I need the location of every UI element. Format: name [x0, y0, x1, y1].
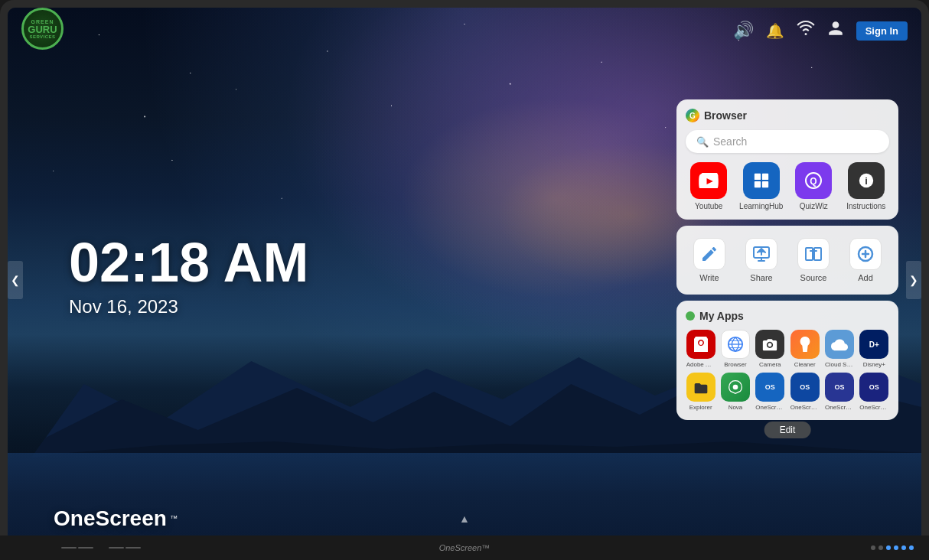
myapp-cloudstorage[interactable]: Cloud Storage: [824, 330, 854, 368]
app-item-youtube[interactable]: Youtube: [686, 162, 732, 210]
learninghub-label: LearningHub: [739, 202, 783, 210]
myapp-onescreen1[interactable]: OS OneScreen: [755, 373, 785, 411]
svg-rect-6: [762, 181, 768, 187]
left-chevron-icon: ❮: [11, 274, 20, 286]
guru-text-bottom: SERVICES: [29, 34, 55, 39]
browser2-label: Browser: [724, 361, 746, 368]
onescreen2-label: OneScreen: [790, 404, 820, 411]
tool-share[interactable]: Share: [738, 233, 785, 287]
onescreen3-label: OneScreen: [825, 404, 854, 411]
browser-search-bar[interactable]: 🔍 Search: [686, 130, 889, 153]
cloudstorage-label: Cloud Storage: [825, 361, 854, 368]
app-item-quizwiz[interactable]: Q QuizWiz: [790, 162, 837, 210]
svg-rect-5: [755, 181, 761, 187]
sign-in-button[interactable]: Sign In: [856, 21, 908, 41]
guru-main-text: GURU: [28, 24, 57, 34]
tools-panel: Write Share: [676, 226, 898, 295]
time-display: 02:18 AM: [69, 235, 308, 290]
notification-icon[interactable]: 🔔: [766, 22, 784, 40]
disney-icon: D+: [859, 330, 888, 359]
svg-text:i: i: [865, 175, 868, 187]
wifi-icon[interactable]: [797, 21, 815, 41]
user-icon[interactable]: [827, 20, 844, 41]
swipe-up-arrow[interactable]: ▲: [459, 513, 470, 525]
myapps-title: My Apps: [699, 310, 744, 322]
myapp-onescreen3[interactable]: OS OneScreen: [824, 373, 854, 411]
app-item-instructions[interactable]: i Instructions: [843, 162, 890, 210]
onescreen2-icon: OS: [790, 373, 820, 402]
bottom-brand-text: OneScreen™: [439, 543, 491, 552]
panels-container: G Browser 🔍 Search Youtu: [676, 99, 898, 420]
edit-button[interactable]: Edit: [764, 422, 811, 438]
instructions-icon: i: [848, 162, 885, 199]
myapp-disney[interactable]: D+ Disney+: [859, 330, 889, 368]
brand-logo: OneScreen ™: [54, 506, 178, 531]
myapp-explorer[interactable]: Explorer: [686, 373, 715, 411]
nova-icon: [721, 373, 750, 402]
onescreen4-label: OneScreen: [859, 404, 888, 411]
browser-panel-header: G Browser: [686, 109, 889, 122]
volume-icon[interactable]: 🔊: [733, 21, 754, 41]
indicator-dot-3: [886, 545, 891, 550]
onescreen3-icon: OS: [825, 373, 854, 402]
search-placeholder-text: Search: [713, 135, 747, 148]
myapp-onescreen2[interactable]: OS OneScreen: [790, 373, 820, 411]
bottom-bar: OneScreen™: [0, 536, 929, 560]
myapps-grid-row1: Adobe Acrobat Browser: [686, 330, 889, 368]
tv-frame: GREEN GURU SERVICES 🔊 🔔: [0, 0, 929, 560]
share-icon: [745, 238, 777, 270]
guru-badge: GREEN GURU SERVICES: [21, 8, 67, 54]
quizwiz-icon: Q: [795, 162, 832, 199]
share-label: Share: [750, 273, 772, 282]
explorer-icon: [686, 373, 715, 402]
browser-panel: G Browser 🔍 Search Youtu: [676, 99, 898, 220]
learninghub-icon: [743, 162, 780, 199]
top-bar: GREEN GURU SERVICES 🔊 🔔: [8, 8, 921, 54]
browser2-icon: [721, 330, 750, 359]
svg-rect-12: [806, 248, 813, 260]
cloudstorage-icon: [825, 330, 854, 359]
camera-icon: [755, 330, 784, 359]
screen: GREEN GURU SERVICES 🔊 🔔: [8, 8, 921, 552]
myapps-panel: My Apps Adobe Acrobat: [676, 301, 898, 420]
onescreen1-label: OneScreen: [755, 404, 784, 411]
svg-point-16: [733, 385, 738, 390]
search-icon: 🔍: [696, 136, 709, 148]
cleaner-label: Cleaner: [794, 361, 816, 368]
tool-add[interactable]: Add: [842, 233, 889, 287]
browser-panel-icon: G: [686, 109, 699, 122]
myapp-cleaner[interactable]: Cleaner: [790, 330, 820, 368]
myapp-nova[interactable]: Nova: [720, 373, 750, 411]
indicator-dot-6: [909, 545, 914, 550]
quizwiz-label: QuizWiz: [800, 202, 828, 210]
brand-text: OneScreen: [54, 506, 167, 530]
tool-source[interactable]: Source: [790, 233, 837, 287]
bottom-lines-left: [61, 547, 141, 549]
left-arrow[interactable]: ❮: [8, 261, 23, 299]
myapp-acrobat[interactable]: Adobe Acrobat: [686, 330, 715, 368]
clock-area: 02:18 AM Nov 16, 2023: [69, 235, 308, 317]
camera-label: Camera: [759, 361, 781, 368]
myapp-camera[interactable]: Camera: [755, 330, 785, 368]
indicator-dot-4: [894, 545, 898, 550]
right-chevron-icon: ❯: [909, 274, 918, 286]
browser-app-grid: Youtube LearningHub: [686, 162, 889, 210]
indicator-dot-2: [878, 545, 883, 550]
nova-label: Nova: [729, 404, 743, 411]
myapp-browser[interactable]: Browser: [720, 330, 750, 368]
app-item-learninghub[interactable]: LearningHub: [738, 162, 785, 210]
explorer-label: Explorer: [689, 404, 712, 411]
write-icon: [693, 238, 725, 270]
indicator-dot-5: [901, 545, 906, 550]
svg-rect-13: [814, 248, 821, 260]
cleaner-icon: [790, 330, 820, 359]
indicator-dot-1: [871, 545, 875, 550]
date-display: Nov 16, 2023: [69, 296, 308, 317]
youtube-label: Youtube: [695, 202, 722, 210]
myapp-onescreen4[interactable]: OS OneScreen: [859, 373, 889, 411]
youtube-icon: [690, 162, 727, 199]
svg-rect-4: [762, 174, 768, 180]
right-arrow[interactable]: ❯: [906, 261, 921, 299]
tool-write[interactable]: Write: [686, 233, 733, 287]
acrobat-label: Adobe Acrobat: [686, 361, 715, 368]
